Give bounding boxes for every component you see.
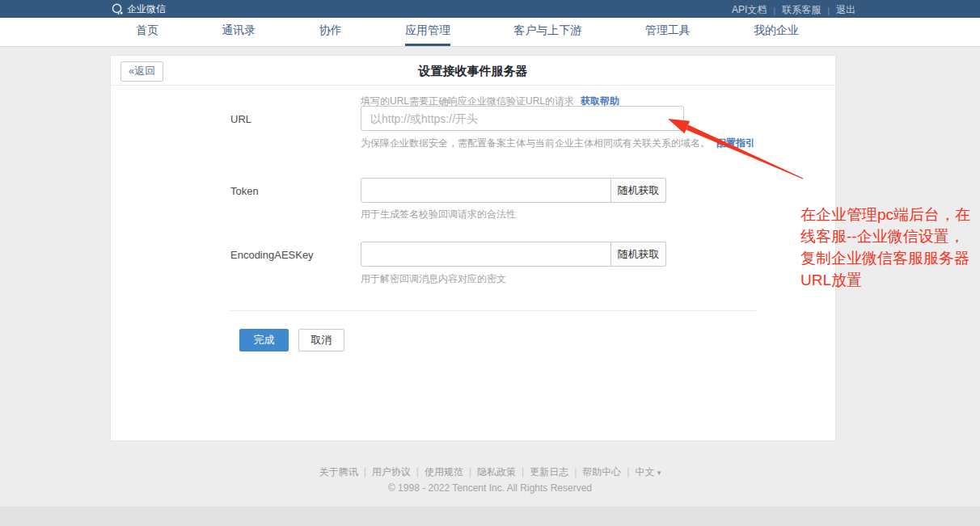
footer-changelog[interactable]: 更新日志: [530, 466, 568, 478]
wecom-logo[interactable]: 企业微信: [112, 2, 166, 15]
separator: |: [773, 6, 775, 15]
separator: |: [469, 466, 471, 478]
footer-privacy-policy[interactable]: 隐私政策: [477, 466, 516, 478]
contact-support-link[interactable]: 联系客服: [782, 3, 821, 17]
nav-tab-contacts[interactable]: 通讯录: [222, 18, 256, 46]
nav-tab-admin-tools[interactable]: 管理工具: [645, 18, 691, 46]
footer-usage-rules[interactable]: 使用规范: [425, 466, 463, 478]
api-docs-link[interactable]: API文档: [732, 3, 767, 17]
annotation-line: 复制企业微信客服服务器: [800, 247, 980, 269]
nav-tab-home[interactable]: 首页: [136, 18, 158, 46]
bottom-strip: [0, 507, 980, 526]
aeskey-input[interactable]: [361, 242, 611, 267]
nav-tab-customers[interactable]: 客户与上下游: [513, 18, 581, 46]
separator: |: [574, 466, 577, 478]
annotation-note: 在企业管理pc端后台，在 线客服--企业微信设置， 复制企业微信客服服务器 UR…: [800, 204, 980, 291]
url-input[interactable]: [361, 106, 684, 131]
separator: |: [522, 466, 524, 478]
card-header: «返回 设置接收事件服务器: [111, 56, 835, 86]
language-selector[interactable]: 中文 ▾: [635, 466, 661, 478]
footer-help-center[interactable]: 帮助中心: [582, 466, 621, 478]
annotation-line: 在企业管理pc端后台，在: [800, 204, 980, 225]
annotation-line: URL放置: [800, 269, 980, 291]
copyright-text: © 1998 - 2022 Tencent Inc. All Rights Re…: [0, 482, 980, 494]
aeskey-field-label: EncodingAESKey: [230, 249, 314, 261]
footer-links: 关于腾讯|用户协议|使用规范|隐私政策|更新日志|帮助中心|中文 ▾: [0, 465, 980, 479]
annotation-line: 线客服--企业微信设置，: [800, 225, 980, 247]
logout-link[interactable]: 退出: [836, 3, 855, 17]
token-input[interactable]: [361, 178, 611, 203]
token-hint: 用于生成签名校验回调请求的合法性: [361, 208, 516, 221]
token-field-label: Token: [230, 185, 259, 197]
nav-items: 首页 通讯录 协作 应用管理 客户与上下游 管理工具 我的企业: [136, 18, 799, 46]
get-help-link[interactable]: 获取帮助: [581, 95, 619, 107]
footer-user-agreement[interactable]: 用户协议: [372, 466, 411, 478]
cancel-button[interactable]: 取消: [298, 329, 344, 351]
aeskey-random-button[interactable]: 随机获取: [611, 242, 666, 267]
separator: |: [364, 466, 366, 478]
nav-tab-my-company[interactable]: 我的企业: [754, 18, 799, 46]
topbar-links: API文档 | 联系客服 | 退出: [732, 3, 855, 17]
aeskey-input-group: 随机获取: [361, 242, 666, 267]
page-title: 设置接收事件服务器: [111, 56, 835, 86]
back-button[interactable]: «返回: [120, 61, 163, 82]
nav-tab-collaboration[interactable]: 协作: [319, 18, 342, 46]
logo-text: 企业微信: [127, 2, 166, 16]
submit-button[interactable]: 完成: [239, 329, 289, 351]
token-input-group: 随机获取: [361, 178, 666, 203]
separator: |: [416, 466, 419, 478]
separator: |: [827, 6, 830, 15]
url-field-label: URL: [230, 113, 251, 125]
red-arrow-icon: [657, 110, 814, 187]
aeskey-hint: 用于解密回调消息内容对应的密文: [361, 272, 506, 286]
separator: |: [627, 466, 629, 478]
form-divider: [230, 310, 756, 311]
main-nav: 首页 通讯录 协作 应用管理 客户与上下游 管理工具 我的企业: [0, 18, 980, 47]
nav-tab-app-management[interactable]: 应用管理: [405, 18, 450, 46]
chevron-down-icon: ▾: [657, 469, 661, 477]
chat-bubble-icon: [112, 3, 124, 15]
top-bar: 企业微信 API文档 | 联系客服 | 退出: [0, 0, 980, 18]
footer-about-tencent[interactable]: 关于腾讯: [319, 466, 358, 478]
